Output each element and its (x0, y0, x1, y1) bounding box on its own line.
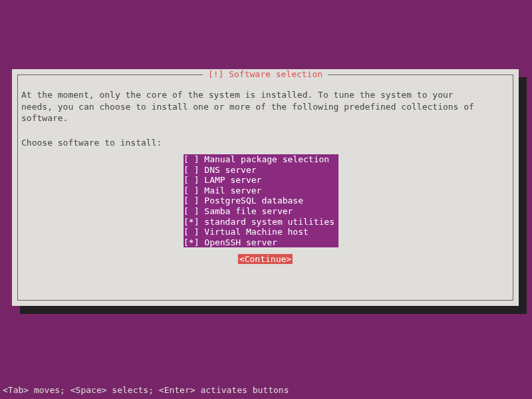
help-bar: <Tab> moves; <Space> selects; <Enter> ac… (0, 384, 532, 396)
desc-line-2: needs, you can choose to install one or … (21, 101, 509, 113)
list-item[interactable]: [*] OpenSSH server (184, 237, 338, 248)
checkbox-icon[interactable]: [ ] (184, 196, 199, 205)
checkbox-icon[interactable]: [*] (184, 237, 199, 247)
checkbox-icon[interactable]: [ ] (184, 154, 199, 164)
checkbox-icon[interactable]: [ ] (184, 186, 199, 196)
list-item-label: PostgreSQL database (204, 196, 303, 205)
list-item[interactable]: [ ] Virtual Machine host (184, 227, 338, 237)
list-item-label: LAMP server (204, 175, 261, 185)
list-item-label: Manual package selection (204, 154, 329, 164)
list-item[interactable]: [ ] Manual package selection (184, 154, 338, 165)
desc-line-3: software. (21, 112, 509, 124)
software-list: [ ] Manual package selection [ ] DNS ser… (184, 154, 338, 247)
checkbox-icon[interactable]: [ ] (184, 206, 199, 216)
checkbox-icon[interactable]: [ ] (184, 165, 199, 175)
list-item[interactable]: [ ] PostgreSQL database (184, 196, 338, 206)
dialog-description: At the moment, only the core of the syst… (21, 89, 509, 124)
dialog-prompt: Choose software to install: (21, 138, 509, 148)
checkbox-icon[interactable]: [ ] (184, 227, 199, 237)
list-item-label: DNS server (204, 165, 256, 175)
list-item[interactable]: [ ] LAMP server (184, 175, 338, 186)
list-item-label: Virtual Machine host (204, 227, 309, 237)
continue-button[interactable]: <Continue> (238, 254, 293, 264)
list-item-label: OpenSSH server (204, 237, 277, 247)
checkbox-icon[interactable]: [ ] (184, 175, 199, 185)
list-item[interactable]: [ ] Mail server (184, 186, 338, 196)
checkbox-icon[interactable]: [*] (184, 217, 199, 227)
list-item[interactable]: [ ] Samba file server (184, 206, 338, 217)
list-item[interactable]: [*] standard system utilities (184, 217, 338, 227)
list-item-label: Samba file server (204, 206, 293, 216)
desc-line-1: At the moment, only the core of the syst… (21, 89, 509, 101)
dialog-body: At the moment, only the core of the syst… (21, 89, 509, 161)
list-item[interactable]: [ ] DNS server (184, 165, 338, 176)
list-item-label: Mail server (204, 186, 261, 196)
list-item-label: standard system utilities (204, 217, 334, 227)
dialog: [!] Software selection At the moment, on… (12, 69, 519, 306)
dialog-title: [!] Software selection (203, 69, 328, 79)
